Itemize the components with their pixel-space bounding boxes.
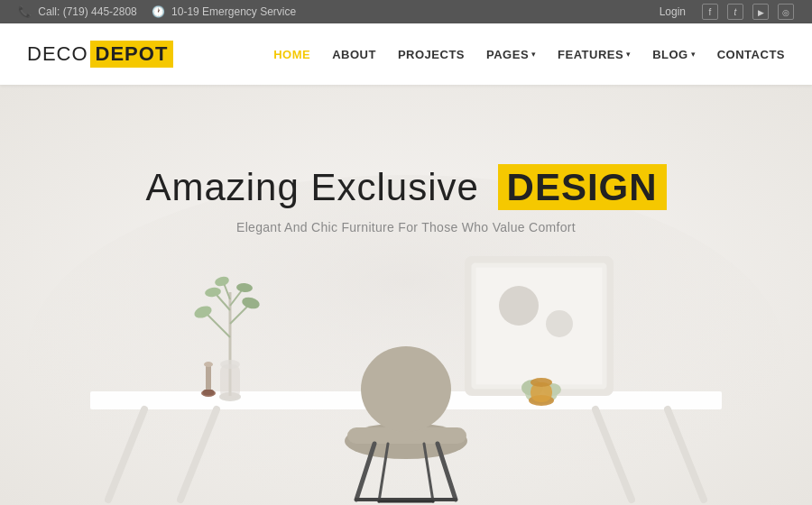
top-bar-left: 📞 Call: (719) 445-2808 🕐 10-19 Emergency… bbox=[18, 5, 296, 18]
nav-link-projects[interactable]: PROJECTS bbox=[398, 48, 465, 61]
emergency-text: 10-19 Emergency Service bbox=[171, 5, 296, 18]
nav-link-pages[interactable]: PAGES bbox=[486, 48, 529, 61]
nav-item-projects[interactable]: PROJECTS bbox=[398, 46, 465, 62]
youtube-icon[interactable]: ▶ bbox=[752, 4, 769, 20]
hero-heading-text: Amazing Exclusive bbox=[145, 166, 478, 208]
emergency-info: 🕐 10-19 Emergency Service bbox=[152, 5, 296, 18]
svg-rect-10 bbox=[203, 390, 214, 395]
svg-point-8 bbox=[204, 362, 213, 367]
phone-icon: 📞 bbox=[18, 5, 32, 18]
facebook-icon[interactable]: f bbox=[702, 4, 718, 20]
nav-item-contacts[interactable]: CONTACTS bbox=[717, 46, 785, 62]
svg-point-24 bbox=[220, 360, 240, 369]
nav-item-about[interactable]: ABOUT bbox=[332, 46, 376, 62]
nav-link-contacts[interactable]: CONTACTS bbox=[717, 48, 785, 61]
svg-point-34 bbox=[531, 378, 552, 387]
nav-item-features[interactable]: FEATURES ▾ bbox=[558, 48, 631, 61]
phone-text: Call: (719) 445-2808 bbox=[38, 5, 136, 18]
svg-rect-7 bbox=[206, 364, 211, 393]
blog-dropdown-icon: ▾ bbox=[691, 50, 696, 59]
svg-point-26 bbox=[499, 286, 539, 326]
svg-point-27 bbox=[546, 310, 573, 337]
nav-link-blog[interactable]: BLOG bbox=[652, 48, 688, 61]
clock-icon: 🕐 bbox=[152, 5, 165, 18]
nav-link-home[interactable]: HOME bbox=[273, 48, 310, 61]
hero-content: Amazing Exclusive DESIGN Elegant And Chi… bbox=[0, 166, 812, 234]
nav-link-about[interactable]: ABOUT bbox=[332, 48, 376, 61]
hero-illustration bbox=[0, 85, 812, 505]
login-link[interactable]: Login bbox=[660, 5, 686, 18]
logo-depot: DEPOT bbox=[90, 41, 174, 68]
logo-deco: DECO bbox=[27, 42, 88, 66]
top-bar: 📞 Call: (719) 445-2808 🕐 10-19 Emergency… bbox=[0, 0, 812, 23]
instagram-icon[interactable]: ◎ bbox=[778, 4, 794, 20]
header: DECO DEPOT HOME ABOUT PROJECTS PAGES ▾ F… bbox=[0, 23, 812, 85]
main-nav: HOME ABOUT PROJECTS PAGES ▾ FEATURES ▾ bbox=[273, 46, 785, 62]
svg-rect-23 bbox=[220, 364, 240, 399]
nav-item-blog[interactable]: BLOG ▾ bbox=[652, 48, 696, 61]
hero-heading: Amazing Exclusive DESIGN bbox=[0, 166, 812, 209]
nav-link-features[interactable]: FEATURES bbox=[558, 48, 623, 61]
phone-info: 📞 Call: (719) 445-2808 bbox=[18, 5, 137, 18]
nav-item-pages[interactable]: PAGES ▾ bbox=[486, 48, 536, 61]
svg-rect-37 bbox=[361, 346, 451, 432]
hero-heading-highlight: DESIGN bbox=[498, 164, 667, 210]
nav-item-home[interactable]: HOME bbox=[273, 46, 310, 62]
hero-section: Amazing Exclusive DESIGN Elegant And Chi… bbox=[0, 85, 812, 505]
features-dropdown-icon: ▾ bbox=[626, 50, 631, 59]
top-bar-right: Login f t ▶ ◎ bbox=[660, 4, 794, 20]
svg-rect-25 bbox=[469, 261, 609, 391]
pages-dropdown-icon: ▾ bbox=[531, 50, 536, 59]
hero-subheading: Elegant And Chic Furniture For Those Who… bbox=[0, 220, 812, 234]
twitter-icon[interactable]: t bbox=[727, 4, 743, 20]
logo: DECO DEPOT bbox=[27, 41, 173, 68]
